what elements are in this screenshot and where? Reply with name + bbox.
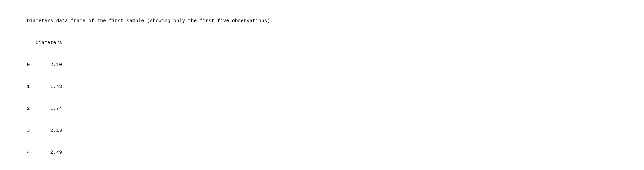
sample1-row: 0 2.10 [27, 61, 642, 69]
sample1-row: 4 2.49 [27, 149, 642, 156]
sample1-title: Diameters data frame of the first sample… [27, 17, 642, 25]
notebook-output-cell: Diameters data frame of the first sample… [0, 0, 644, 170]
sample1-row: 2 1.74 [27, 105, 642, 112]
sample1-header: diameters [27, 39, 642, 47]
sample1-row: 1 1.43 [27, 83, 642, 90]
sample1-row: 3 2.13 [27, 127, 642, 134]
